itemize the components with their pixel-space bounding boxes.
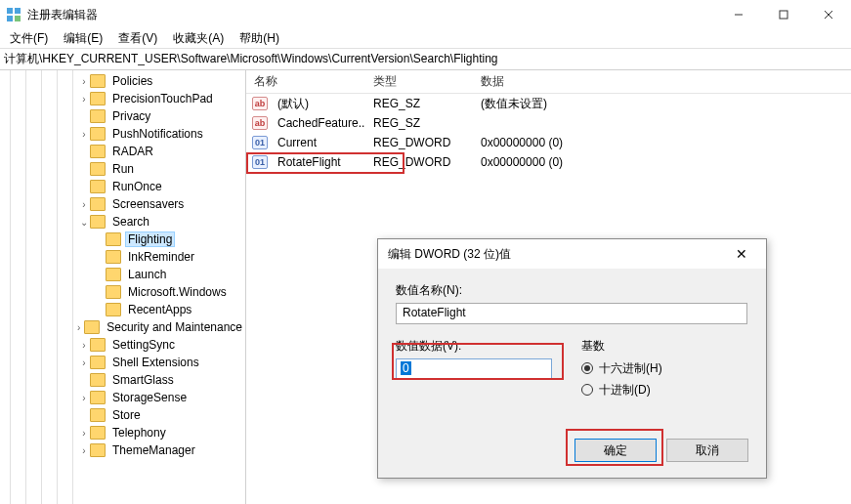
expander-icon[interactable]: ›: [78, 129, 90, 140]
tree-item-smartglass[interactable]: SmartGlass: [0, 371, 245, 389]
value-name-label: 数值名称(N):: [396, 282, 748, 299]
expander-icon[interactable]: ›: [78, 393, 90, 403]
value-type: REG_DWORD: [365, 134, 473, 151]
value-data: [473, 121, 851, 125]
edit-dword-dialog: 编辑 DWORD (32 位)值 ✕ 数值名称(N): RotateFlight…: [377, 238, 767, 479]
tree-item-label: Microsoft.Windows: [125, 284, 230, 300]
tree-item-label: StorageSense: [109, 390, 190, 405]
close-button[interactable]: [806, 0, 851, 29]
value-name: (默认): [270, 94, 365, 114]
tree-item-precisiontouchpad[interactable]: ›PrecisionTouchPad: [0, 90, 245, 107]
col-data[interactable]: 数据: [473, 69, 851, 94]
tree-item-label: PrecisionTouchPad: [109, 91, 216, 106]
value-type: REG_DWORD: [365, 153, 473, 171]
tree-item-privacy[interactable]: Privacy: [0, 107, 245, 125]
svg-rect-5: [780, 11, 787, 19]
maximize-button[interactable]: [761, 0, 806, 29]
dialog-titlebar[interactable]: 编辑 DWORD (32 位)值 ✕: [378, 239, 766, 269]
tree-item-shell-extensions[interactable]: ›Shell Extensions: [0, 354, 245, 371]
tree-item-label: ThemeManager: [109, 442, 198, 458]
menu-file[interactable]: 文件(F): [4, 28, 54, 49]
radio-dec-indicator: [581, 384, 593, 396]
ok-button[interactable]: 确定: [574, 439, 657, 462]
tree-item-radar[interactable]: RADAR: [0, 143, 245, 160]
tree-item-recentapps[interactable]: RecentApps: [0, 301, 245, 318]
tree-item-label: Privacy: [109, 108, 153, 124]
tree-guideline: [57, 70, 58, 504]
menu-edit[interactable]: 编辑(E): [58, 28, 108, 49]
tree-item-flighting[interactable]: Flighting: [0, 231, 245, 248]
col-type[interactable]: 类型: [365, 69, 473, 94]
value-row[interactable]: abCachedFeature...REG_SZ: [246, 113, 851, 133]
expander-icon[interactable]: ⌄: [78, 217, 90, 228]
folder-icon: [90, 215, 106, 229]
folder-icon: [90, 197, 106, 211]
menu-favorites[interactable]: 收藏夹(A): [167, 28, 230, 49]
tree-item-thememanager[interactable]: ›ThemeManager: [0, 441, 245, 459]
tree-item-store[interactable]: Store: [0, 406, 245, 424]
radio-dec[interactable]: 十进制(D): [581, 380, 662, 399]
menu-help[interactable]: 帮助(H): [234, 28, 285, 49]
value-row[interactable]: 01RotateFlightREG_DWORD0x00000000 (0): [246, 152, 851, 172]
expander-icon[interactable]: ›: [78, 340, 90, 351]
value-row[interactable]: ab(默认)REG_SZ(数值未设置): [246, 94, 851, 113]
menu-view[interactable]: 查看(V): [112, 28, 163, 49]
tree-item-search[interactable]: ⌄Search: [0, 213, 245, 231]
folder-icon: [90, 373, 106, 387]
list-header: 名称 类型 数据: [246, 70, 851, 94]
tree-item-screensavers[interactable]: ›Screensavers: [0, 195, 245, 213]
folder-icon: [90, 109, 106, 123]
expander-icon[interactable]: ›: [78, 76, 90, 87]
dialog-close-button[interactable]: ✕: [727, 246, 756, 262]
tree-item-run[interactable]: Run: [0, 160, 245, 178]
tree-item-runonce[interactable]: RunOnce: [0, 178, 245, 195]
value-type: REG_SZ: [365, 95, 473, 112]
tree-guideline: [10, 70, 11, 504]
svg-rect-1: [15, 8, 21, 14]
cancel-button[interactable]: 取消: [666, 439, 748, 462]
tree-item-label: Store: [109, 407, 144, 423]
value-data-input[interactable]: 0: [396, 358, 552, 380]
tree-item-telephony[interactable]: ›Telephony: [0, 424, 245, 441]
folder-icon: [90, 338, 106, 352]
tree-item-inkreminder[interactable]: InkReminder: [0, 248, 245, 266]
value-name: Current: [270, 134, 365, 151]
tree-item-label: Shell Extensions: [109, 355, 202, 370]
expander-icon[interactable]: ›: [78, 94, 90, 105]
expander-icon[interactable]: ›: [78, 428, 90, 439]
value-data-label: 数值数据(V):: [396, 338, 552, 355]
expander-icon[interactable]: ›: [78, 357, 90, 368]
address-text: 计算机\HKEY_CURRENT_USER\Software\Microsoft…: [4, 51, 498, 67]
col-name[interactable]: 名称: [246, 69, 365, 94]
folder-icon: [84, 320, 100, 334]
expander-icon[interactable]: ›: [73, 322, 84, 333]
registry-tree[interactable]: ›Policies›PrecisionTouchPadPrivacy›PushN…: [0, 70, 246, 504]
tree-item-label: PushNotifications: [109, 126, 206, 142]
tree-item-label: InkReminder: [125, 249, 197, 265]
value-name-input[interactable]: RotateFlight: [396, 303, 747, 324]
base-label: 基数: [581, 338, 662, 355]
radio-dec-label: 十进制(D): [599, 382, 651, 399]
tree-item-label: Flighting: [125, 231, 175, 247]
expander-icon[interactable]: ›: [78, 199, 90, 210]
string-value-icon: ab: [252, 97, 268, 110]
tree-item-settingsync[interactable]: ›SettingSync: [0, 336, 245, 354]
folder-icon: [90, 180, 106, 193]
tree-item-pushnotifications[interactable]: ›PushNotifications: [0, 125, 245, 143]
value-type: REG_SZ: [365, 114, 473, 132]
expander-icon[interactable]: ›: [78, 445, 90, 456]
value-row[interactable]: 01CurrentREG_DWORD0x00000000 (0): [246, 133, 851, 152]
tree-item-security-and-maintenance[interactable]: ›Security and Maintenance: [0, 318, 245, 336]
address-bar[interactable]: 计算机\HKEY_CURRENT_USER\Software\Microsoft…: [0, 49, 851, 70]
radio-hex[interactable]: 十六进制(H): [581, 358, 662, 378]
tree-item-storagesense[interactable]: ›StorageSense: [0, 389, 245, 406]
tree-item-launch[interactable]: Launch: [0, 266, 245, 283]
tree-guideline: [41, 70, 42, 504]
tree-item-microsoft-windows[interactable]: Microsoft.Windows: [0, 283, 245, 301]
tree-item-label: Launch: [125, 267, 169, 282]
dword-value-icon: 01: [252, 155, 268, 169]
tree-item-policies[interactable]: ›Policies: [0, 72, 245, 90]
value-name: RotateFlight: [270, 153, 365, 171]
tree-item-label: Security and Maintenance: [104, 319, 245, 335]
minimize-button[interactable]: [716, 0, 761, 29]
